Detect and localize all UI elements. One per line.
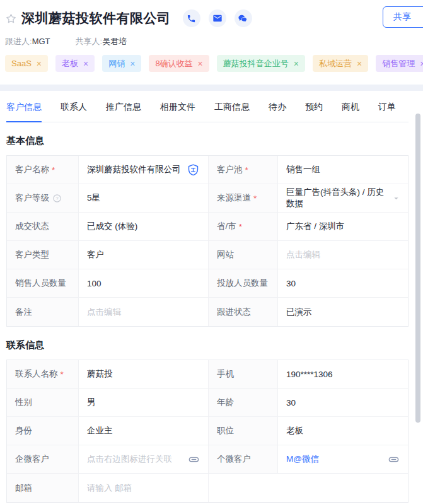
required-mark: * [61, 370, 64, 379]
basic-info-table: 客户名称*深圳蘑菇投软件有限公司客户池*销售一组客户等级?5星来源渠道*巨量广告… [6, 155, 409, 327]
cell-text: 男 [87, 397, 96, 408]
caret-down-icon[interactable] [388, 195, 400, 202]
email-label: 邮箱 [7, 474, 79, 502]
cell-text: 年龄 [217, 397, 234, 408]
tags-row: SaaS×老板×网销×8确认收益×蘑菇投抖音企业号×私域运营×销售管理×手机租× [5, 55, 423, 72]
tab-4[interactable]: 工商信息 [214, 102, 250, 122]
tab-6[interactable]: 预约 [305, 102, 323, 122]
cell-text: 5星 [87, 192, 100, 204]
email-value[interactable]: 请输入 邮箱 [79, 474, 209, 502]
tag-label: 蘑菇投抖音企业号 [223, 58, 289, 69]
wecom-customer-label: 企微客户 [7, 445, 79, 474]
close-icon[interactable]: × [294, 59, 299, 68]
cell-text: 省/市 [217, 221, 236, 232]
ad-staff-count-value[interactable]: 30 [278, 269, 408, 298]
close-icon[interactable]: × [130, 59, 135, 68]
deal-status-label: 成交状态 [7, 213, 79, 241]
tab-5[interactable]: 待办 [269, 102, 286, 122]
help-icon[interactable]: ? [52, 194, 62, 203]
customer-level-value[interactable]: 5星 [79, 184, 209, 213]
section-title: 基本信息 [6, 135, 409, 147]
identity-value[interactable]: 企业主 [79, 417, 209, 445]
province-city-value[interactable]: 广东省 / 深圳市 [278, 213, 408, 241]
wechat-customer-value[interactable]: M@微信 [278, 445, 408, 474]
tab-bar: 客户信息联系人推广信息相册文件工商信息待办预约商机订单 [6, 91, 409, 122]
page-title: 深圳蘑菇投软件有限公司 [21, 9, 171, 27]
star-icon[interactable] [5, 13, 17, 25]
sharer-value: 吴君培 [102, 37, 127, 46]
tag: 老板× [55, 55, 95, 72]
wechat-icon[interactable] [235, 9, 252, 27]
shield-verify-icon[interactable] [182, 163, 200, 177]
province-city-label: 省/市* [209, 213, 278, 241]
section-basic-info: 基本信息客户名称*深圳蘑菇投软件有限公司客户池*销售一组客户等级?5星来源渠道*… [6, 135, 409, 327]
follow-status-value[interactable]: 已演示 [278, 298, 408, 326]
share-button[interactable]: 共享 [383, 6, 423, 28]
follow-status-label: 跟进状态 [209, 298, 278, 326]
required-mark: * [245, 165, 248, 175]
link-icon[interactable] [383, 454, 400, 466]
remark-value[interactable]: 点击编辑 [79, 298, 209, 326]
follower-label: 跟进人: [5, 37, 32, 46]
cell-text: 30 [286, 398, 296, 407]
mobile-value[interactable]: 190****1306 [278, 360, 408, 389]
contact-name-value[interactable]: 蘑菇投 [79, 360, 209, 389]
cell-text: 190****1306 [286, 370, 333, 379]
tab-8[interactable]: 订单 [378, 102, 396, 122]
cell-text: 客户类型 [15, 249, 49, 261]
cell-text: 手机 [217, 368, 234, 380]
tag: 私域运营× [313, 55, 368, 72]
cell-text: 已成交 (体验) [87, 221, 137, 232]
cell-text: 性别 [15, 397, 32, 408]
tag-label: 8确认收益 [155, 58, 192, 69]
phone-icon[interactable] [183, 9, 200, 27]
cell-text: 客户 [87, 249, 104, 261]
identity-label: 身份 [7, 417, 79, 445]
cell-text: 联系人名称 [15, 368, 58, 380]
customer-pool-value[interactable]: 销售一组 [278, 156, 408, 184]
close-icon[interactable]: × [198, 59, 203, 68]
customer-type-value[interactable]: 客户 [79, 241, 209, 269]
close-icon[interactable]: × [357, 59, 362, 68]
close-icon[interactable]: × [37, 59, 42, 68]
mail-icon[interactable] [209, 9, 226, 27]
tab-1[interactable]: 联系人 [61, 102, 87, 122]
cell-text: 企业主 [87, 425, 113, 437]
sharer-label: 共享人: [76, 37, 103, 46]
cell-text: M@微信 [286, 454, 319, 465]
close-icon[interactable]: × [83, 59, 88, 68]
tab-3[interactable]: 相册文件 [160, 102, 195, 122]
cell-text: 深圳蘑菇投软件有限公司 [87, 164, 181, 175]
sales-staff-count-value[interactable]: 100 [79, 269, 209, 298]
customer-type-label: 客户类型 [7, 241, 79, 269]
tab-7[interactable]: 商机 [342, 102, 359, 122]
header-action-icons [175, 9, 252, 27]
gender-value[interactable]: 男 [79, 389, 209, 417]
cell-text: 职位 [217, 425, 234, 437]
tab-0[interactable]: 客户信息 [6, 102, 42, 122]
deal-status-value[interactable]: 已成交 (体验) [79, 213, 209, 241]
source-channel-value[interactable]: 巨量广告(抖音头条) / 历史数据 [278, 184, 408, 213]
vertical-scrollbar-thumb[interactable] [415, 114, 420, 423]
detail-sections: 基本信息客户名称*深圳蘑菇投软件有限公司客户池*销售一组客户等级?5星来源渠道*… [6, 135, 409, 503]
tag-label: 销售管理 [382, 58, 415, 69]
follower-value: MGT [32, 37, 50, 46]
mobile-label: 手机 [209, 360, 278, 389]
meta-row: 跟进人:MGT 共享人:吴君培 [5, 36, 423, 47]
website-value[interactable]: 点击编辑 [278, 241, 408, 269]
tab-2[interactable]: 推广信息 [106, 102, 141, 122]
position-value[interactable]: 老板 [278, 417, 408, 445]
required-mark: * [253, 194, 257, 203]
cell-text: 个微客户 [217, 454, 251, 465]
close-icon[interactable]: × [420, 59, 423, 68]
age-value[interactable]: 30 [278, 389, 408, 417]
wecom-customer-value[interactable]: 点击右边图标进行关联 [79, 445, 209, 474]
tag-label: 私域运营 [319, 58, 352, 69]
link-icon[interactable] [183, 454, 200, 466]
cell-text: 已演示 [286, 307, 312, 318]
tag: 销售管理× [376, 55, 423, 72]
gender-label: 性别 [7, 389, 79, 417]
cell-text: 30 [286, 279, 296, 288]
cell-text: 客户池 [217, 164, 243, 175]
customer-name-value[interactable]: 深圳蘑菇投软件有限公司 [79, 156, 209, 184]
